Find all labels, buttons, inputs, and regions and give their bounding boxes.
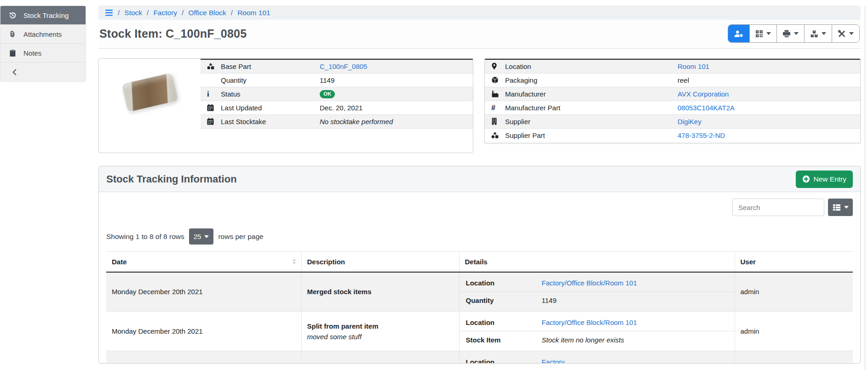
tracking-detail-row: LocationFactory/Office Block/Room 101 bbox=[460, 275, 735, 292]
tracking-row: Monday December 20th 2021Split from pare… bbox=[106, 351, 853, 364]
detail-label: Base Part bbox=[221, 59, 320, 73]
tracking-detail-row: Quantity1149 bbox=[460, 292, 735, 309]
detail-value[interactable]: Factory/Office Block/Room 101 bbox=[542, 279, 637, 287]
page: Stock TrackingAttachmentsNotes /Stock/Fa… bbox=[0, 0, 868, 370]
tracking-user: admin bbox=[735, 312, 853, 351]
page-size-value: 25 bbox=[194, 233, 201, 240]
caret-down-icon bbox=[794, 32, 799, 35]
column-header-details: Details bbox=[459, 252, 735, 272]
stock-tracking-header: Stock Tracking Information New Entry bbox=[99, 166, 860, 192]
column-header-label: User bbox=[741, 258, 756, 266]
tracking-description: Split from parent itemmoved some stuff bbox=[301, 312, 459, 351]
pagination-row: Showing 1 to 8 of 8 rows 25 rows per pag… bbox=[106, 228, 853, 245]
status-badge: OK bbox=[320, 90, 335, 98]
detail-label: Manufacturer bbox=[505, 87, 678, 101]
column-header-description: Description bbox=[301, 252, 459, 272]
boxes-icon bbox=[810, 30, 818, 38]
new-entry-button[interactable]: New Entry bbox=[796, 171, 853, 188]
sidebar-item-label: Stock Tracking bbox=[23, 11, 69, 19]
tracking-table-body: Monday December 20th 2021Merged stock it… bbox=[106, 272, 853, 364]
detail-value[interactable]: C_100nF_0805 bbox=[320, 63, 367, 70]
tracking-detail-label: Quantity bbox=[466, 296, 542, 304]
table-controls bbox=[106, 199, 853, 216]
item-details-table: Base PartC_100nF_0805Quantity1149iStatus… bbox=[201, 59, 473, 129]
sort-icon bbox=[292, 258, 297, 265]
sidebar-item-stock-tracking[interactable]: Stock Tracking bbox=[0, 6, 86, 25]
sidebar: Stock TrackingAttachmentsNotes bbox=[0, 6, 86, 370]
print-actions-button[interactable] bbox=[776, 25, 804, 42]
breadcrumb-link-factory[interactable]: Factory bbox=[153, 9, 177, 17]
detail-value: reel bbox=[678, 76, 689, 84]
detail-value: 1149 bbox=[320, 76, 334, 84]
stock-tracking-title: Stock Tracking Information bbox=[106, 173, 237, 185]
detail-value: Dec. 20, 2021 bbox=[320, 104, 362, 112]
detail-row-location: LocationRoom 101 bbox=[485, 59, 860, 73]
user-shield-button[interactable] bbox=[728, 25, 749, 42]
detail-value[interactable]: Factory/Office Block/Room 101 bbox=[542, 319, 637, 326]
edit-actions-button[interactable] bbox=[832, 25, 859, 42]
thumbnail-column bbox=[99, 59, 201, 153]
detail-label: Supplier Part bbox=[505, 128, 678, 142]
calendar-icon bbox=[207, 118, 221, 125]
detail-label: Location bbox=[505, 59, 678, 73]
breadcrumb-link-office-block[interactable]: Office Block bbox=[188, 9, 226, 17]
barcode-actions-button[interactable] bbox=[749, 25, 776, 42]
box-icon bbox=[491, 76, 505, 84]
column-header-label: Details bbox=[465, 258, 488, 266]
user-shield-icon bbox=[734, 30, 744, 38]
columns-button[interactable] bbox=[828, 199, 853, 216]
factory-icon bbox=[491, 90, 505, 97]
breadcrumb-separator: / bbox=[147, 9, 149, 17]
tracking-detail-label: Location bbox=[466, 279, 542, 287]
hash-icon: # bbox=[491, 104, 495, 112]
detail-row-manufacturer-part: #Manufacturer Part08053C104KAT2A bbox=[485, 101, 860, 114]
menu-icon[interactable] bbox=[105, 10, 113, 16]
detail-row-packaging: Packagingreel bbox=[485, 73, 860, 87]
tracking-user: admin bbox=[735, 272, 853, 312]
column-header-date[interactable]: Date bbox=[106, 252, 301, 272]
detail-value[interactable]: Factory bbox=[542, 358, 565, 364]
main-content: /Stock/Factory/Office Block/Room 101 Sto… bbox=[98, 6, 865, 370]
sidebar-collapse-button[interactable] bbox=[0, 63, 86, 81]
search-input[interactable] bbox=[732, 199, 824, 216]
tracking-table: DateDescriptionDetailsUser Monday Decemb… bbox=[106, 251, 853, 364]
calendar-icon bbox=[207, 104, 221, 111]
breadcrumb-link-room-101[interactable]: Room 101 bbox=[237, 9, 270, 17]
detail-value: Stock item no longer exists bbox=[542, 336, 624, 344]
detail-row-supplier-part: Supplier Part478-3755-2-ND bbox=[485, 128, 860, 142]
sidebar-list: Stock TrackingAttachmentsNotes bbox=[0, 6, 86, 82]
printer-icon bbox=[782, 30, 791, 38]
page-size-button[interactable]: 25 bbox=[189, 228, 214, 245]
breadcrumb-separator: / bbox=[118, 9, 120, 17]
pagination-summary: Showing 1 to 8 of 8 rows bbox=[106, 233, 184, 241]
detail-value: 1149 bbox=[542, 296, 557, 304]
tracking-date: Monday December 20th 2021 bbox=[106, 272, 301, 312]
new-entry-label: New Entry bbox=[814, 175, 847, 183]
detail-value[interactable]: AVX Corporation bbox=[678, 90, 729, 98]
breadcrumb-link-stock[interactable]: Stock bbox=[124, 9, 142, 17]
sidebar-item-label: Attachments bbox=[23, 30, 62, 38]
detail-value[interactable]: 08053C104KAT2A bbox=[678, 104, 735, 112]
detail-label: Last Stocktake bbox=[221, 114, 320, 128]
shapes-icon bbox=[207, 63, 221, 70]
tracking-details: LocationFactory/Office Block/Room 101Qua… bbox=[459, 272, 735, 312]
detail-row-manufacturer: ManufacturerAVX Corporation bbox=[485, 87, 860, 101]
detail-label: Manufacturer Part bbox=[505, 101, 678, 114]
tracking-detail-row: Stock ItemStock item no longer exists bbox=[460, 331, 735, 348]
columns-icon bbox=[833, 204, 841, 211]
sidebar-item-notes[interactable]: Notes bbox=[0, 44, 86, 63]
paperclip-icon bbox=[8, 30, 17, 38]
detail-value[interactable]: 478-3755-2-ND bbox=[678, 131, 725, 139]
caret-down-icon bbox=[204, 235, 209, 238]
detail-value[interactable]: Room 101 bbox=[678, 63, 709, 70]
supplier-details-table: LocationRoom 101PackagingreelManufacture… bbox=[485, 59, 860, 142]
item-details-panel: Base PartC_100nF_0805Quantity1149iStatus… bbox=[98, 58, 473, 153]
breadcrumb-separator: / bbox=[231, 9, 233, 17]
stock-actions-button[interactable] bbox=[804, 25, 832, 42]
detail-label: Quantity bbox=[221, 73, 320, 87]
sidebar-item-attachments[interactable]: Attachments bbox=[0, 25, 86, 44]
history-icon bbox=[8, 11, 17, 19]
part-thumbnail[interactable] bbox=[121, 73, 178, 112]
column-header-user: User bbox=[735, 252, 853, 272]
detail-value[interactable]: DigiKey bbox=[678, 118, 701, 125]
